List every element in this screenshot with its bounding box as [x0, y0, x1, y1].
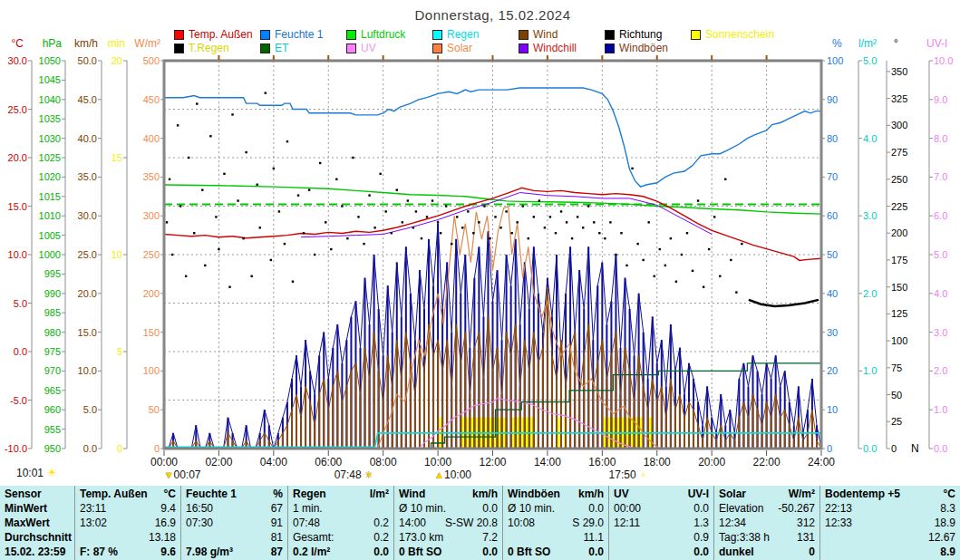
svg-text:10:00: 10:00 — [424, 456, 451, 468]
table-cell: 23:119.4 — [75, 501, 180, 516]
svg-text:N: N — [911, 442, 919, 455]
svg-text:24:00: 24:00 — [808, 456, 835, 468]
table-cell: 16:5067 — [181, 501, 287, 516]
row-label: Durchschnitt — [0, 530, 74, 545]
svg-text:70: 70 — [827, 171, 838, 182]
marker-00-07: ▼00:07 — [164, 468, 201, 481]
svg-text:250: 250 — [143, 249, 160, 260]
marker-07-48: 07:48 ☀ — [335, 468, 373, 481]
svg-text:10.0: 10.0 — [934, 55, 953, 66]
svg-text:965: 965 — [44, 385, 61, 396]
svg-text:1020: 1020 — [39, 171, 61, 182]
table-cell: 0 Bft SO0.0 — [394, 545, 502, 559]
table-column-temp-au-en: Temp. Außen°C23:119.413:0216.913.18F: 87… — [75, 486, 181, 560]
svg-text:40.0: 40.0 — [78, 133, 97, 144]
svg-text:350: 350 — [143, 171, 160, 182]
chart-canvas: 00:0002:0004:0006:0008:0010:0012:0014:00… — [0, 0, 960, 486]
svg-text:02:00: 02:00 — [205, 456, 232, 468]
svg-text:7.0: 7.0 — [934, 171, 947, 182]
table-cell: Gesamt:0.2 — [288, 530, 393, 545]
svg-text:225: 225 — [891, 201, 907, 212]
svg-text:970: 970 — [44, 365, 61, 376]
table-column-windb-en: Windböenkm/hØ 10 min.0.010:08S 29.011.10… — [503, 486, 609, 560]
svg-text:2.0: 2.0 — [934, 365, 947, 376]
svg-text:125: 125 — [891, 308, 907, 319]
svg-text:UV-I: UV-I — [926, 37, 947, 50]
svg-text:80: 80 — [827, 133, 838, 144]
svg-text:08:00: 08:00 — [370, 456, 397, 468]
svg-text:960: 960 — [44, 404, 61, 415]
sensor-summary-table: SensorMinWertMaxWertDurchschnitt15.02. 2… — [0, 486, 960, 560]
svg-text:04:00: 04:00 — [260, 456, 287, 468]
table-cell: 22:138.3 — [820, 501, 960, 516]
svg-text:hPa: hPa — [43, 37, 63, 50]
svg-text:200: 200 — [143, 288, 160, 299]
svg-text:0.0: 0.0 — [863, 443, 877, 454]
svg-text:22:00: 22:00 — [753, 456, 781, 468]
table-cell: 81 — [181, 530, 287, 545]
row-label: Sensor — [0, 487, 74, 501]
svg-text:1010: 1010 — [39, 210, 61, 221]
svg-text:20: 20 — [112, 55, 122, 66]
svg-text:16:00: 16:00 — [588, 456, 616, 468]
svg-text:400: 400 — [143, 133, 160, 144]
table-cell: 13.18 — [75, 530, 180, 545]
svg-text:100: 100 — [827, 55, 843, 66]
table-column-bodentemp-5: Bodentemp +5°C22:138.312:3318.912.678.9 — [820, 486, 960, 560]
svg-text:0.0: 0.0 — [934, 443, 947, 454]
column-header: Regenl/m² — [288, 487, 393, 501]
svg-text:14:00: 14:00 — [534, 456, 561, 468]
svg-text:0: 0 — [891, 443, 897, 454]
table-cell: 13:0216.9 — [75, 516, 180, 530]
table-cell: 7.98 g/m³87 — [181, 545, 287, 559]
sun-icon: ☀ — [364, 469, 373, 480]
marker-17-50: 17:50 ☀ — [609, 468, 648, 481]
table-cell: Ø 10 min.0.0 — [394, 501, 502, 516]
table-cell: 12:111.3 — [609, 516, 713, 530]
svg-text:30.0: 30.0 — [78, 210, 97, 221]
svg-text:1040: 1040 — [39, 94, 61, 105]
svg-text:350: 350 — [891, 66, 907, 77]
svg-text:1050: 1050 — [39, 55, 61, 66]
svg-text:325: 325 — [891, 93, 907, 104]
svg-text:°: ° — [894, 37, 898, 50]
marker-10-00: ▲10:00 — [434, 468, 471, 481]
svg-text:km/h: km/h — [74, 37, 98, 50]
svg-text:00:00: 00:00 — [150, 456, 178, 468]
svg-text:995: 995 — [44, 268, 61, 279]
column-header: Bodentemp +5°C — [820, 487, 960, 501]
svg-text:275: 275 — [891, 147, 907, 158]
table-cell: 0 Bft SO0.0 — [503, 545, 608, 559]
svg-text:35.0: 35.0 — [78, 171, 97, 182]
table-column-solar: SolarW/m²Elevation-50.26712:34312Tag:3:3… — [714, 486, 820, 560]
svg-text:150: 150 — [891, 282, 907, 293]
column-header: Feuchte 1% — [181, 487, 287, 501]
svg-text:0.0: 0.0 — [83, 443, 97, 454]
svg-text:300: 300 — [143, 210, 160, 221]
svg-text:0: 0 — [154, 443, 160, 454]
table-cell: 00:000.0 — [609, 501, 713, 516]
svg-text:20.0: 20.0 — [8, 152, 27, 163]
svg-text:60: 60 — [827, 210, 838, 221]
day-length-value: 10:01 — [16, 467, 44, 479]
table-cell: 14:00S-SW 20.8 — [394, 516, 502, 530]
table-cell: 0.9 — [609, 530, 713, 545]
svg-text:955: 955 — [44, 424, 61, 435]
svg-text:1025: 1025 — [39, 152, 61, 163]
svg-text:1005: 1005 — [39, 230, 61, 241]
svg-text:500: 500 — [143, 55, 160, 66]
table-cell: 173.0 km7.2 — [394, 530, 502, 545]
svg-text:W/m²: W/m² — [134, 37, 160, 50]
svg-text:20: 20 — [827, 365, 838, 376]
svg-text:min: min — [108, 37, 125, 50]
row-label: MinWert — [0, 501, 74, 516]
svg-text:90: 90 — [827, 94, 838, 105]
svg-text:250: 250 — [891, 174, 907, 185]
svg-text:20:00: 20:00 — [698, 456, 725, 468]
svg-text:06:00: 06:00 — [315, 456, 342, 468]
row-label: MaxWert — [0, 516, 74, 530]
table-cell: Tag:3:38 h131 — [714, 530, 819, 545]
table-cell: dunkel0 — [714, 545, 819, 559]
svg-text:300: 300 — [891, 120, 907, 130]
svg-text:30: 30 — [827, 327, 838, 338]
